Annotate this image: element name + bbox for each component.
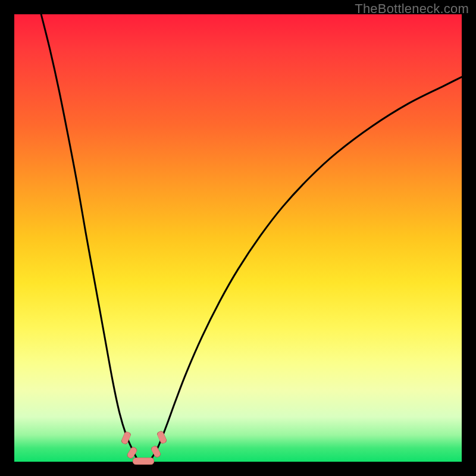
svg-rect-2 <box>133 458 154 465</box>
curve-right <box>151 77 462 459</box>
curve-left <box>41 14 137 459</box>
data-marker <box>133 458 154 465</box>
chart-frame: TheBottleneck.com <box>0 0 476 476</box>
curves-svg <box>14 14 462 462</box>
plot-area <box>14 14 462 462</box>
